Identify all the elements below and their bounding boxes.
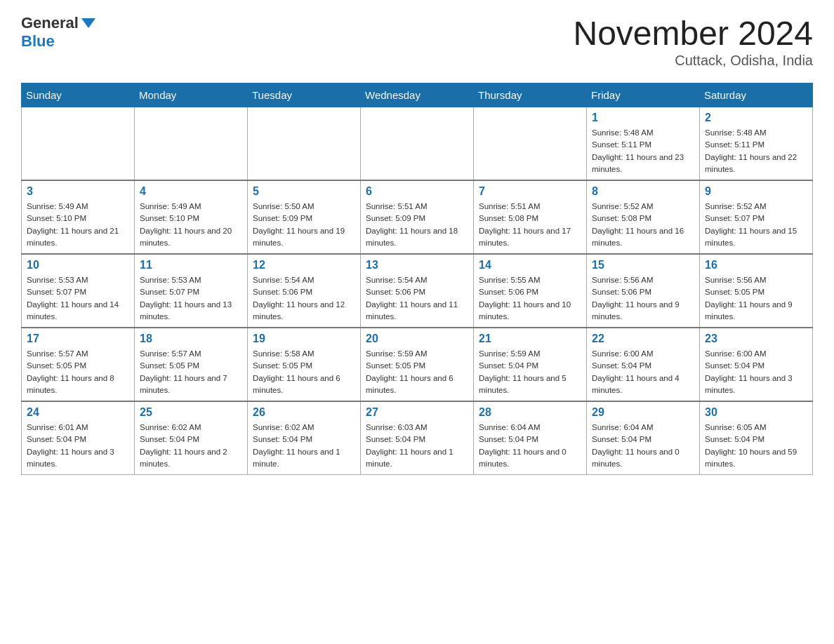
logo-general: General [21,14,79,32]
day-info: Sunrise: 5:56 AM Sunset: 5:06 PM Dayligh… [592,274,694,323]
day-info: Sunrise: 5:54 AM Sunset: 5:06 PM Dayligh… [253,274,355,323]
calendar-cell: 16Sunrise: 5:56 AM Sunset: 5:05 PM Dayli… [700,254,813,328]
logo: General Blue [21,14,95,51]
day-number: 3 [27,185,129,198]
day-info: Sunrise: 6:01 AM Sunset: 5:04 PM Dayligh… [27,422,129,470]
title-area: November 2024 Cuttack, Odisha, India [573,14,813,69]
day-number: 19 [253,333,355,345]
day-number: 11 [140,259,242,271]
day-number: 16 [705,259,807,271]
calendar-cell: 10Sunrise: 5:53 AM Sunset: 5:07 PM Dayli… [22,254,135,328]
weekday-header-thursday: Thursday [474,83,587,107]
calendar-cell: 18Sunrise: 5:57 AM Sunset: 5:05 PM Dayli… [135,328,248,401]
calendar-cell: 7Sunrise: 5:51 AM Sunset: 5:08 PM Daylig… [474,180,587,254]
calendar-cell: 28Sunrise: 6:04 AM Sunset: 5:04 PM Dayli… [474,401,587,475]
day-info: Sunrise: 5:51 AM Sunset: 5:08 PM Dayligh… [479,201,581,249]
calendar-cell: 29Sunrise: 6:04 AM Sunset: 5:04 PM Dayli… [587,401,700,475]
day-number: 30 [705,406,807,419]
calendar-cell [22,107,135,181]
calendar-header: SundayMondayTuesdayWednesdayThursdayFrid… [22,83,813,107]
day-number: 25 [140,406,242,419]
logo-triangle-icon [81,18,95,28]
month-title: November 2024 [573,14,813,53]
day-number: 27 [366,406,468,419]
calendar-cell: 23Sunrise: 6:00 AM Sunset: 5:04 PM Dayli… [700,328,813,401]
calendar-cell: 15Sunrise: 5:56 AM Sunset: 5:06 PM Dayli… [587,254,700,328]
calendar-cell: 8Sunrise: 5:52 AM Sunset: 5:08 PM Daylig… [587,180,700,254]
calendar-cell: 6Sunrise: 5:51 AM Sunset: 5:09 PM Daylig… [361,180,474,254]
day-info: Sunrise: 5:56 AM Sunset: 5:05 PM Dayligh… [705,274,807,323]
day-info: Sunrise: 6:00 AM Sunset: 5:04 PM Dayligh… [705,348,807,396]
day-info: Sunrise: 6:03 AM Sunset: 5:04 PM Dayligh… [366,422,468,470]
day-info: Sunrise: 5:53 AM Sunset: 5:07 PM Dayligh… [27,274,129,323]
day-number: 13 [366,259,468,271]
calendar-cell: 9Sunrise: 5:52 AM Sunset: 5:07 PM Daylig… [700,180,813,254]
day-number: 5 [253,185,355,198]
calendar-week-row: 17Sunrise: 5:57 AM Sunset: 5:05 PM Dayli… [22,328,813,401]
day-info: Sunrise: 5:55 AM Sunset: 5:06 PM Dayligh… [479,274,581,323]
calendar-week-row: 1Sunrise: 5:48 AM Sunset: 5:11 PM Daylig… [22,107,813,181]
weekday-header-friday: Friday [587,83,700,107]
calendar-cell: 3Sunrise: 5:49 AM Sunset: 5:10 PM Daylig… [22,180,135,254]
day-number: 17 [27,333,129,345]
weekday-header-monday: Monday [135,83,248,107]
calendar-body: 1Sunrise: 5:48 AM Sunset: 5:11 PM Daylig… [22,107,813,475]
calendar-cell: 1Sunrise: 5:48 AM Sunset: 5:11 PM Daylig… [587,107,700,181]
day-number: 7 [479,185,581,198]
day-number: 26 [253,406,355,419]
day-info: Sunrise: 5:51 AM Sunset: 5:09 PM Dayligh… [366,201,468,249]
calendar-cell: 5Sunrise: 5:50 AM Sunset: 5:09 PM Daylig… [248,180,361,254]
calendar-cell: 24Sunrise: 6:01 AM Sunset: 5:04 PM Dayli… [22,401,135,475]
calendar-cell: 27Sunrise: 6:03 AM Sunset: 5:04 PM Dayli… [361,401,474,475]
calendar-cell: 21Sunrise: 5:59 AM Sunset: 5:04 PM Dayli… [474,328,587,401]
calendar-cell: 26Sunrise: 6:02 AM Sunset: 5:04 PM Dayli… [248,401,361,475]
calendar-cell [248,107,361,181]
calendar-cell [474,107,587,181]
day-number: 28 [479,406,581,419]
calendar-cell [361,107,474,181]
day-number: 15 [592,259,694,271]
day-info: Sunrise: 5:57 AM Sunset: 5:05 PM Dayligh… [140,348,242,396]
day-info: Sunrise: 6:05 AM Sunset: 5:04 PM Dayligh… [705,422,807,470]
header: General Blue November 2024 Cuttack, Odis… [21,14,813,69]
day-number: 2 [705,112,807,124]
day-info: Sunrise: 5:53 AM Sunset: 5:07 PM Dayligh… [140,274,242,323]
day-info: Sunrise: 5:59 AM Sunset: 5:04 PM Dayligh… [479,348,581,396]
calendar-cell: 19Sunrise: 5:58 AM Sunset: 5:05 PM Dayli… [248,328,361,401]
calendar-cell: 14Sunrise: 5:55 AM Sunset: 5:06 PM Dayli… [474,254,587,328]
day-info: Sunrise: 5:49 AM Sunset: 5:10 PM Dayligh… [27,201,129,249]
day-number: 6 [366,185,468,198]
calendar-cell: 17Sunrise: 5:57 AM Sunset: 5:05 PM Dayli… [22,328,135,401]
day-info: Sunrise: 5:48 AM Sunset: 5:11 PM Dayligh… [592,127,694,175]
day-number: 29 [592,406,694,419]
day-info: Sunrise: 5:52 AM Sunset: 5:07 PM Dayligh… [705,201,807,249]
logo-blue-label: Blue [21,32,55,51]
day-info: Sunrise: 6:04 AM Sunset: 5:04 PM Dayligh… [479,422,581,470]
day-number: 1 [592,112,694,124]
day-info: Sunrise: 5:48 AM Sunset: 5:11 PM Dayligh… [705,127,807,175]
calendar-week-row: 24Sunrise: 6:01 AM Sunset: 5:04 PM Dayli… [22,401,813,475]
calendar-cell [135,107,248,181]
weekday-header-sunday: Sunday [22,83,135,107]
day-number: 12 [253,259,355,271]
calendar-cell: 2Sunrise: 5:48 AM Sunset: 5:11 PM Daylig… [700,107,813,181]
day-info: Sunrise: 5:57 AM Sunset: 5:05 PM Dayligh… [27,348,129,396]
day-number: 14 [479,259,581,271]
calendar-week-row: 10Sunrise: 5:53 AM Sunset: 5:07 PM Dayli… [22,254,813,328]
calendar-cell: 11Sunrise: 5:53 AM Sunset: 5:07 PM Dayli… [135,254,248,328]
day-info: Sunrise: 5:50 AM Sunset: 5:09 PM Dayligh… [253,201,355,249]
day-number: 9 [705,185,807,198]
day-info: Sunrise: 5:52 AM Sunset: 5:08 PM Dayligh… [592,201,694,249]
day-number: 10 [27,259,129,271]
day-info: Sunrise: 6:02 AM Sunset: 5:04 PM Dayligh… [140,422,242,470]
calendar-cell: 30Sunrise: 6:05 AM Sunset: 5:04 PM Dayli… [700,401,813,475]
weekday-header-wednesday: Wednesday [361,83,474,107]
calendar-cell: 12Sunrise: 5:54 AM Sunset: 5:06 PM Dayli… [248,254,361,328]
calendar: SundayMondayTuesdayWednesdayThursdayFrid… [21,83,813,475]
calendar-cell: 13Sunrise: 5:54 AM Sunset: 5:06 PM Dayli… [361,254,474,328]
day-number: 21 [479,333,581,345]
day-info: Sunrise: 5:54 AM Sunset: 5:06 PM Dayligh… [366,274,468,323]
day-number: 8 [592,185,694,198]
day-number: 23 [705,333,807,345]
calendar-cell: 20Sunrise: 5:59 AM Sunset: 5:05 PM Dayli… [361,328,474,401]
